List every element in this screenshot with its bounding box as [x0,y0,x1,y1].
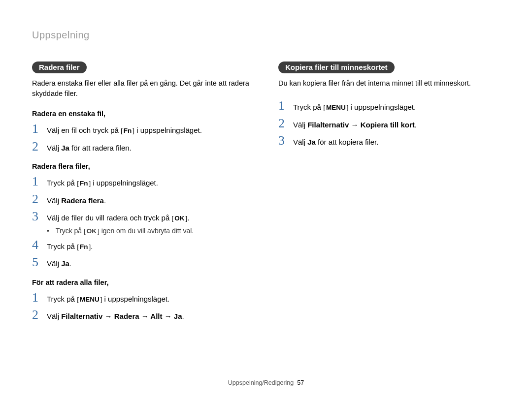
step-item: 3 Välj Ja för att kopiera filer. [278,134,500,148]
text-frag: Tryck på [47,295,77,303]
pill-copy-files: Kopiera filer till minneskortet [278,62,395,73]
step-text: Välj Ja. [47,256,71,270]
step-number: 2 [278,117,293,130]
step-number: 1 [32,123,47,135]
step-number: 1 [32,291,47,304]
step-number: 3 [32,210,47,223]
step-text: Tryck på Fn. [47,239,93,252]
subhead-delete-single: Radera en enstaka fil, [32,110,254,118]
step-text: Välj de filer du vill radera och tryck p… [47,211,189,224]
step-number: 3 [278,134,293,147]
step-item: 1 Välj en fil och tryck på Fn i uppspeln… [32,123,254,136]
step-item: 1 Tryck på MENU i uppspelningsläget. [278,99,500,113]
text-frag: Välj de filer du vill radera och tryck p… [47,214,171,222]
left-column: Radera filer Radera enstaka filer eller … [32,62,254,326]
key-fn: Fn [121,126,134,136]
bold-term: Ja [61,144,69,152]
footer-page-number: 57 [297,379,304,386]
step-number: 1 [32,175,47,188]
text-frag: i uppspelningsläget. [91,179,158,187]
key-menu: MENU [77,295,102,305]
step-text: Tryck på Fn i uppspelningsläget. [47,176,158,189]
step-number: 5 [32,256,47,269]
step-text: Tryck på MENU i uppspelningsläget. [293,100,416,113]
text-frag: Tryck på [293,103,323,111]
step-number: 4 [32,239,47,251]
bullet-text: Tryck på OK igen om du vill avbryta ditt… [56,227,194,235]
key-ok: OK [84,227,100,235]
text-frag: . [69,259,71,268]
text-frag: för att radera filen. [69,144,132,152]
text-frag: Välj [47,196,61,205]
step-text: Tryck på MENU i uppspelningsläget. [47,292,169,305]
key-menu: MENU [323,103,348,113]
text-frag: . [187,214,189,222]
text-frag: i uppspelningsläget. [348,103,416,111]
text-frag: Tryck på [47,179,77,187]
page-footer: Uppspelning/Redigering 57 [0,379,532,386]
text-frag: Välj [47,312,61,320]
subhead-delete-all: För att radera alla filer, [32,278,254,286]
step-item: 5 Välj Ja. [32,256,254,270]
step-item: 2 Välj Filalternativ → Radera → Allt → J… [32,308,254,322]
bold-term: Ja [307,138,316,146]
step-number: 2 [32,140,47,153]
text-frag: Välj [47,259,61,268]
text-frag: . [104,196,106,205]
text-frag: Tryck på [47,242,77,250]
bold-term: Ja [61,259,69,268]
step-item: 3 Välj de filer du vill radera och tryck… [32,210,254,224]
pill-delete-files: Radera filer [32,62,87,73]
key-fn: Fn [77,242,91,252]
text-frag: igen om du vill avbryta ditt val. [100,227,194,235]
step-number: 2 [32,308,47,321]
text-frag: i uppspelningsläget. [134,126,202,134]
step-item: 1 Tryck på Fn i uppspelningsläget. [32,175,254,189]
bold-term: Filalternativ → Radera → Allt → Ja [61,312,182,320]
key-ok: OK [171,214,187,223]
step-text: Välj Ja för att kopiera filer. [293,135,378,148]
step-text: Välj Ja för att radera filen. [47,141,132,154]
text-frag: . [415,121,417,129]
copy-intro: Du kan kopiera filer från det interna mi… [278,78,500,89]
step-text: Välj Filalternativ → Kopiera till kort. [293,118,417,131]
step-text: Välj Filalternativ → Radera → Allt → Ja. [47,309,184,322]
page-breadcrumb: Uppspelning [32,30,500,41]
text-frag: . [91,242,93,250]
step-text: Välj en fil och tryck på Fn i uppspelnin… [47,123,202,136]
bold-term: Filalternativ → Kopiera till kort [307,121,415,129]
footer-section: Uppspelning/Redigering [228,379,294,386]
text-frag: för att kopiera filer. [316,138,379,146]
bullet-item: Tryck på OK igen om du vill avbryta ditt… [47,227,254,235]
text-frag: Välj en fil och tryck på [47,126,121,134]
text-frag: Tryck på [56,227,84,235]
bold-term: Radera flera [61,196,104,205]
text-frag: Välj [293,121,307,129]
text-frag: i uppspelningsläget. [102,295,169,303]
step-item: 4 Tryck på Fn. [32,239,254,252]
step-number: 2 [32,193,47,206]
step-item: 2 Välj Ja för att radera filen. [32,140,254,154]
step-text: Välj Radera flera. [47,193,106,207]
text-frag: Välj [293,138,307,146]
step-item: 2 Välj Radera flera. [32,193,254,207]
text-frag: Välj [47,144,61,152]
step-item: 1 Tryck på MENU i uppspelningsläget. [32,291,254,305]
key-fn: Fn [77,179,91,188]
delete-intro: Radera enstaka filer eller alla filer på… [32,78,254,99]
step-item: 2 Välj Filalternativ → Kopiera till kort… [278,117,500,131]
step-number: 1 [278,99,293,112]
text-frag: . [182,312,184,320]
right-column: Kopiera filer till minneskortet Du kan k… [278,62,500,326]
subhead-delete-multiple: Radera flera filer, [32,162,254,170]
